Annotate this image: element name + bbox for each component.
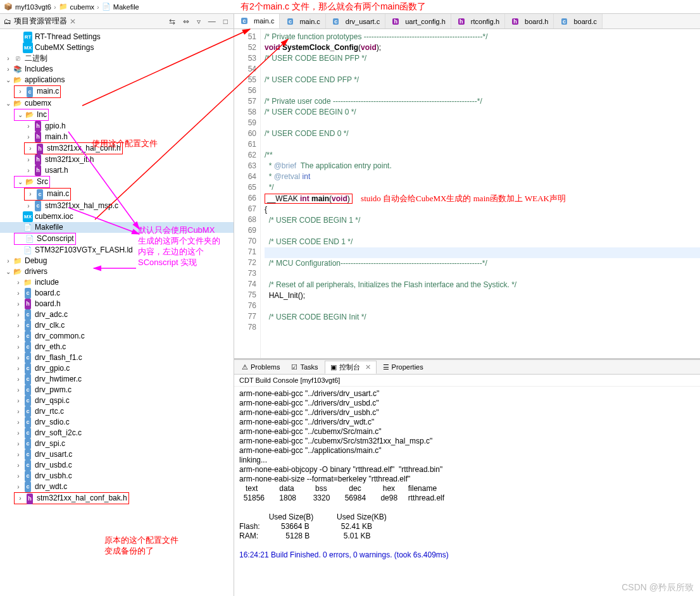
drv-eth[interactable]: ›drv_eth.c <box>0 342 234 352</box>
properties-tab[interactable]: ☰Properties <box>378 362 428 373</box>
c-file-icon <box>23 385 33 395</box>
src-main-c[interactable]: ›main.c <box>0 188 234 201</box>
cubemx-settings-item[interactable]: CubeMX Settings <box>0 42 234 53</box>
view-menu-icon[interactable]: ▿ <box>195 17 203 26</box>
file-icon <box>331 16 341 27</box>
drivers-folder[interactable]: ⌄📂drivers <box>0 266 234 277</box>
editor-tab[interactable]: main.c <box>234 14 280 28</box>
folder-icon: 📁 <box>13 256 23 266</box>
console-tab[interactable]: ▣控制台✕ <box>325 361 377 374</box>
c-file-icon <box>23 320 33 330</box>
editor-tab[interactable]: rtconfig.h <box>451 14 505 28</box>
tree-label: drv_usbd.c <box>35 460 72 471</box>
drv-common[interactable]: ›drv_common.c <box>0 331 234 342</box>
drv-qspi[interactable]: ›drv_qspi.c <box>0 395 234 406</box>
board-c[interactable]: ›board.c <box>0 288 234 299</box>
tree-label: drv_clk.c <box>35 320 65 331</box>
applications-main-c[interactable]: ›main.c <box>0 85 234 98</box>
tree-label: drv_qspi.c <box>35 395 70 406</box>
gpio-h[interactable]: ›gpio.h <box>0 121 234 132</box>
collapse-all-icon[interactable]: ⇆ <box>167 17 177 26</box>
c-file-icon <box>23 417 33 427</box>
c-file-icon <box>23 460 33 470</box>
folder-icon: 📁 <box>23 277 33 287</box>
link-editor-icon[interactable]: ⇔ <box>181 17 191 26</box>
editor-tab[interactable]: board.h <box>505 14 554 28</box>
console-icon: ▣ <box>330 363 337 371</box>
tab-label: main.c <box>254 17 274 25</box>
drv-spi[interactable]: ›drv_spi.c <box>0 438 234 449</box>
file-icon: 📄 <box>102 3 111 11</box>
includes-item[interactable]: ›📚Includes <box>0 64 234 75</box>
bc-file[interactable]: Makefile <box>113 3 139 11</box>
console-pane: ⚠Problems ☑Tasks ▣控制台✕ ☰Properties CDT B… <box>234 358 700 596</box>
ioc-file[interactable]: cubemx.ioc <box>0 211 234 222</box>
inc-folder[interactable]: ⌄📂Inc <box>0 109 234 121</box>
bc-project[interactable]: myf103vgt6 <box>15 3 51 11</box>
h-file-icon <box>33 166 43 176</box>
drv-adc[interactable]: ›drv_adc.c <box>0 309 234 320</box>
drv-rtc[interactable]: ›drv_rtc.c <box>0 406 234 417</box>
project-tree[interactable]: RT-Thread Settings CubeMX Settings ›⎚二进制… <box>0 29 234 596</box>
problems-tab[interactable]: ⚠Problems <box>237 362 285 373</box>
tree-label: usart.h <box>45 165 68 176</box>
tree-label: drv_adc.c <box>35 309 68 320</box>
drv-gpio[interactable]: ›drv_gpio.c <box>0 363 234 374</box>
close-icon[interactable]: ✕ <box>365 363 371 371</box>
project-explorer-tab[interactable]: 🗂 项目资源管理器 ✕ <box>4 16 76 27</box>
tree-label: include <box>35 277 59 288</box>
c-file-icon <box>33 201 43 211</box>
file-icon <box>391 16 401 27</box>
folder-icon: 📂 <box>13 266 23 276</box>
tree-label: Inc <box>37 110 47 119</box>
hal-conf-bak[interactable]: ›stm32f1xx_hal_conf_bak.h <box>0 492 234 505</box>
c-file-icon <box>23 449 33 459</box>
tree-label: drivers <box>25 266 47 277</box>
minimize-icon[interactable]: — <box>206 17 218 26</box>
console-output[interactable]: arm-none-eabi-gcc "../drivers/drv_usart.… <box>234 387 700 596</box>
tab-label: main.c <box>299 18 320 25</box>
drv-clk[interactable]: ›drv_clk.c <box>0 320 234 331</box>
cubemx-folder[interactable]: ⌄📂cubemx <box>0 98 234 109</box>
drv-usbh[interactable]: ›drv_usbh.c <box>0 471 234 481</box>
drv-wdt[interactable]: ›drv_wdt.c <box>0 481 234 492</box>
drivers-include[interactable]: ›📁include <box>0 277 234 288</box>
editor-tab[interactable]: main.c <box>280 14 325 28</box>
tree-label: stm32f1xx_hal_conf_bak.h <box>37 494 127 502</box>
drv-sdio[interactable]: ›drv_sdio.c <box>0 417 234 428</box>
h-file-icon <box>33 155 43 165</box>
drv-usbd[interactable]: ›drv_usbd.c <box>0 460 234 471</box>
bc-folder[interactable]: cubemx <box>70 3 95 11</box>
c-file-icon <box>23 288 33 298</box>
drv-softi2c[interactable]: ›drv_soft_i2c.c <box>0 428 234 438</box>
maximize-icon[interactable]: □ <box>222 17 230 26</box>
applications-folder[interactable]: ⌄📂applications <box>0 75 234 85</box>
tree-label: drv_hwtimer.c <box>35 374 82 385</box>
tree-label: Debug <box>25 256 47 266</box>
tab-label: board.c <box>573 18 597 25</box>
drv-pwm[interactable]: ›drv_pwm.c <box>0 385 234 395</box>
tree-label: board.c <box>35 288 60 299</box>
binary-item[interactable]: ›⎚二进制 <box>0 53 234 64</box>
editor-tab[interactable]: board.c <box>554 14 603 28</box>
close-icon[interactable]: ✕ <box>70 17 76 26</box>
tasks-tab[interactable]: ☑Tasks <box>286 362 323 373</box>
editor-tab[interactable]: uart_config.h <box>385 14 451 28</box>
anno-backup: 原本的这个配置文件 变成备份的了 <box>104 535 178 556</box>
c-file-icon <box>35 190 45 200</box>
tree-label: drv_wdt.c <box>35 481 67 492</box>
hal-msp-c[interactable]: ›stm32f1xx_hal_msp.c <box>0 201 234 211</box>
tab-label: board.h <box>525 18 548 25</box>
drv-hwtimer[interactable]: ›drv_hwtimer.c <box>0 374 234 385</box>
watermark: CSDN @矜辰所致 <box>622 582 694 593</box>
code-editor[interactable]: 5152535455565758596061626364656667686970… <box>234 29 700 358</box>
rt-settings-item[interactable]: RT-Thread Settings <box>0 32 234 42</box>
code-content[interactable]: /* Private function prototypes ---------… <box>261 29 700 358</box>
usart-h[interactable]: ›usart.h <box>0 165 234 176</box>
drv-flash[interactable]: ›drv_flash_f1.c <box>0 352 234 363</box>
editor-tab[interactable]: drv_usart.c <box>326 14 385 28</box>
it-h[interactable]: ›stm32f1xx_it.h <box>0 154 234 165</box>
src-folder[interactable]: ⌄📂Src <box>0 176 234 188</box>
board-h[interactable]: ›board.h <box>0 299 234 309</box>
drv-usart[interactable]: ›drv_usart.c <box>0 449 234 460</box>
